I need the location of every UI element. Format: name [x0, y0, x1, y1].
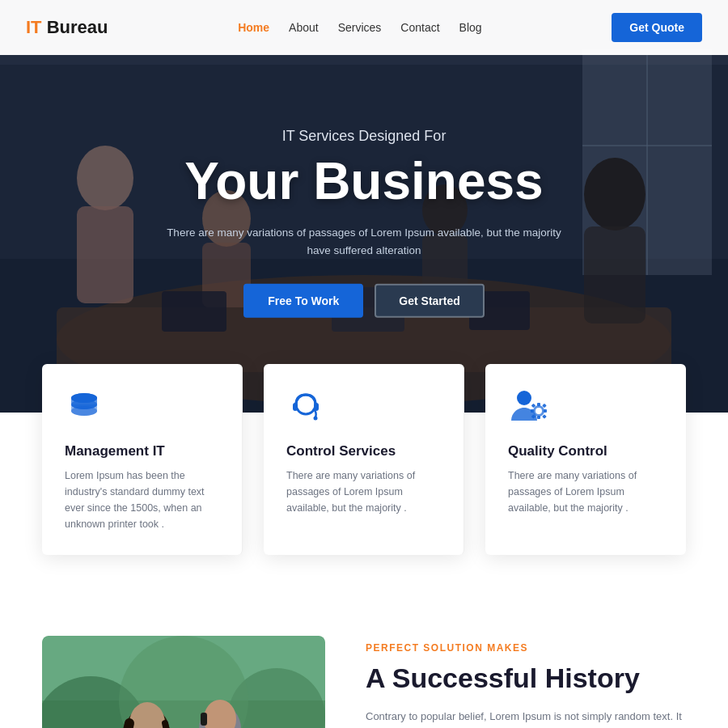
- nav-item-home[interactable]: Home: [238, 20, 269, 35]
- svg-rect-54: [42, 636, 325, 728]
- service-title-1: Management IT: [65, 443, 219, 459]
- svg-rect-32: [537, 416, 540, 419]
- services-strip: Management IT Lorem Ipsum has been the i…: [0, 364, 728, 555]
- about-content: PERFECT SOLUTION MAKES A Successful Hist…: [366, 636, 686, 728]
- nav-item-contact[interactable]: Contact: [400, 20, 439, 35]
- hero-title: Your Business: [81, 153, 647, 210]
- service-desc-3: There are many variations of passages of…: [508, 468, 663, 516]
- headset-icon: [286, 388, 441, 430]
- get-quote-button[interactable]: Get Quote: [612, 13, 702, 42]
- service-title-3: Quality Control: [508, 443, 663, 459]
- hero-content: IT Services Designed For Your Business T…: [81, 128, 647, 318]
- brand-logo[interactable]: IT Bureau: [26, 17, 108, 38]
- svg-point-28: [517, 391, 531, 405]
- svg-point-30: [535, 408, 542, 414]
- service-desc-1: Lorem Ipsum has been the industry's stan…: [65, 468, 219, 532]
- nav-item-services[interactable]: Services: [338, 20, 382, 35]
- service-title-2: Control Services: [286, 443, 441, 459]
- nav-links: Home About Services Contact Blog: [238, 20, 481, 35]
- about-tag: PERFECT SOLUTION MAKES: [366, 642, 686, 654]
- about-title: A Successful History: [366, 662, 686, 695]
- hero-description: There are many variations of passages of…: [154, 224, 574, 259]
- svg-rect-31: [537, 403, 540, 406]
- navbar: IT Bureau Home About Services Contact Bl…: [0, 0, 728, 55]
- about-description: Contrary to popular belief, Lorem Ipsum …: [366, 708, 686, 728]
- get-started-button[interactable]: Get Started: [375, 283, 484, 317]
- quality-icon: [508, 388, 663, 430]
- about-section: PERFECT SOLUTION MAKES A Successful Hist…: [0, 587, 728, 728]
- svg-point-23: [71, 406, 97, 416]
- hero-subtitle: IT Services Designed For: [81, 128, 647, 145]
- about-image: [42, 636, 325, 728]
- service-desc-2: There are many variations of passages of…: [286, 468, 441, 516]
- database-icon: [65, 388, 219, 430]
- svg-rect-33: [531, 409, 534, 413]
- svg-rect-25: [293, 403, 298, 411]
- free-to-work-button[interactable]: Free To Work: [243, 283, 363, 317]
- svg-rect-38: [542, 414, 547, 419]
- nav-item-about[interactable]: About: [289, 20, 319, 35]
- service-card-management: Management IT Lorem Ipsum has been the i…: [42, 364, 243, 555]
- svg-point-27: [314, 417, 318, 421]
- hero-section: IT Services Designed For Your Business T…: [0, 0, 728, 413]
- service-card-control: Control Services There are many variatio…: [264, 364, 464, 555]
- nav-item-blog[interactable]: Blog: [459, 20, 482, 35]
- hero-buttons: Free To Work Get Started: [81, 283, 647, 317]
- service-card-quality: Quality Control There are many variation…: [485, 364, 686, 555]
- svg-rect-34: [544, 409, 547, 413]
